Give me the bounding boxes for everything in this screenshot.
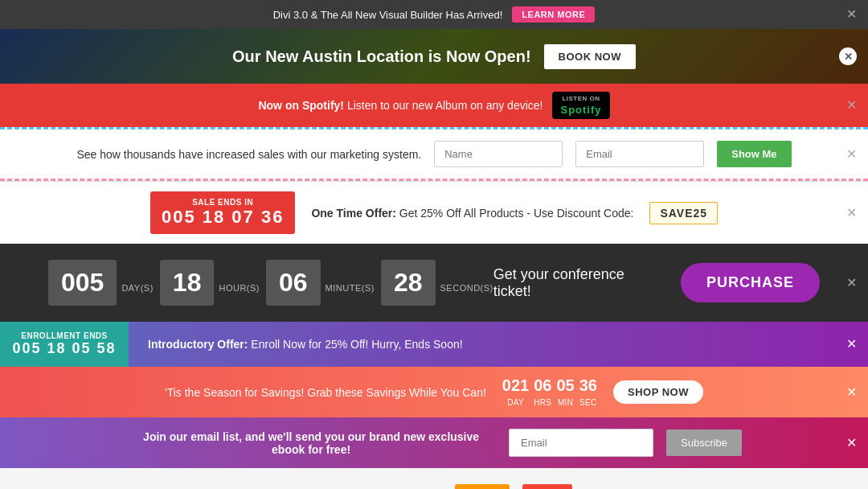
hours-number: 18 [160, 260, 215, 306]
season-sec-lbl: Sec [579, 398, 596, 407]
show-me-button[interactable]: Show Me [717, 141, 791, 167]
sale-timer: SALE ENDS IN 005 18 07 36 [150, 191, 295, 234]
season-min-num: 05 [556, 376, 574, 395]
minutes-label: MINUTE(S) [326, 283, 375, 293]
sale-text: One Time Offer: Get 25% Off All Products… [311, 207, 633, 220]
hours-label: HOUR(S) [219, 283, 260, 293]
seconds-label: SECOND(S) [440, 283, 493, 293]
enrollment-label: ENROLLMENT ENDS [21, 331, 108, 340]
season-text: 'Tis the Season for Savings! Grab these … [165, 386, 486, 399]
divi-bar: Divi 3.0 & The All New Visual Builder Ha… [0, 0, 868, 29]
enrollment-text: Introductory Offer: Enroll Now for 25% O… [129, 328, 868, 360]
marketing-email-input[interactable] [575, 141, 704, 167]
marketing-bar: See how thousands have increased sales w… [0, 127, 868, 181]
countdown-days: 005 DAY(S) [48, 260, 154, 306]
learn-more-button[interactable]: LEARN MORE [512, 6, 595, 23]
enrollment-bar: ENROLLMENT ENDS 005 18 05 58 Introductor… [0, 322, 868, 367]
sale-text-suffix: Get 25% Off All Products - Use Discount … [399, 207, 634, 220]
conference-right: Get your conference ticket! PURCHASE [493, 263, 820, 302]
minutes-number: 06 [266, 260, 321, 306]
countdown-minutes: 06 MINUTE(S) [266, 260, 375, 306]
seconds-number: 28 [381, 260, 436, 306]
austin-bar: Our New Austin Location is Now Open! BOO… [0, 29, 868, 84]
close-conference-bar[interactable]: ✕ [846, 277, 857, 290]
spotify-bar: Now on Spotify! Listen to our new Album … [0, 84, 868, 127]
days-number: 005 [48, 260, 117, 306]
sale-text-prefix: One Time Offer: [311, 207, 396, 220]
conference-message: Get your conference ticket! [493, 266, 661, 300]
season-min-lbl: Min [558, 398, 573, 407]
sale-timer-label: SALE ENDS IN [162, 198, 284, 207]
close-sale-bar[interactable]: ✕ [846, 207, 857, 220]
days-label: DAY(S) [121, 283, 153, 293]
sale-bar: SALE ENDS IN 005 18 07 36 One Time Offer… [0, 181, 868, 244]
email-bar: Join our email list, and we'll send you … [0, 417, 868, 468]
season-hrs-lbl: Hrs [534, 398, 551, 407]
season-day-lbl: Day [507, 398, 524, 407]
spotify-text: Now on Spotify! Listen to our new Album … [258, 99, 542, 112]
season-day: 021 Day [502, 376, 529, 408]
season-hrs-num: 06 [534, 376, 551, 395]
season-hrs: 06 Hrs [534, 376, 551, 408]
close-marketing-bar[interactable]: ✕ [846, 148, 857, 161]
close-divi-bar[interactable]: ✕ [846, 8, 857, 21]
enrollment-timer: ENROLLMENT ENDS 005 18 05 58 [0, 322, 129, 367]
purchase-button[interactable]: PURCHASE [681, 263, 820, 302]
countdown-seconds: 28 SECOND(S) [381, 260, 493, 306]
season-timer: 021 Day 06 Hrs 05 Min 36 Sec [502, 376, 597, 408]
shop-now-button[interactable]: SHOP NOW [613, 380, 703, 404]
season-day-num: 021 [502, 376, 529, 395]
email-message: Join our email list, and we'll send you … [126, 430, 496, 456]
close-spotify-bar[interactable]: ✕ [846, 99, 857, 112]
close-season-bar[interactable]: ✕ [846, 386, 857, 399]
discount-code: SAVE25 [649, 202, 718, 224]
traffic-bar: Do you want more traffic? Yes No [0, 468, 868, 489]
season-sec-num: 36 [579, 376, 597, 395]
season-bar: 'Tis the Season for Savings! Grab these … [0, 367, 868, 417]
enrollment-suffix: Enroll Now for 25% Off! Hurry, Ends Soon… [251, 338, 462, 351]
countdown-hours: 18 HOUR(S) [160, 260, 260, 306]
austin-title: Our New Austin Location is Now Open! [232, 47, 531, 66]
spotify-now-on: Now on Spotify! [258, 99, 344, 112]
close-email-bar[interactable]: ✕ [846, 437, 857, 450]
yes-button[interactable]: Yes [455, 484, 510, 489]
divi-bar-text: Divi 3.0 & The All New Visual Builder Ha… [273, 9, 503, 21]
season-min: 05 Min [556, 376, 574, 408]
close-austin-bar[interactable]: ✕ [839, 47, 857, 65]
conference-bar: 005 DAY(S) 18 HOUR(S) 06 MINUTE(S) 28 SE… [0, 244, 868, 322]
sale-timer-time: 005 18 07 36 [162, 207, 284, 228]
close-enrollment-bar[interactable]: ✕ [846, 338, 857, 351]
spotify-suffix: Listen to our new Album on any device! [347, 99, 543, 112]
season-sec: 36 Sec [579, 376, 597, 408]
countdown-units: 005 DAY(S) 18 HOUR(S) 06 MINUTE(S) 28 SE… [48, 260, 493, 306]
marketing-name-input[interactable] [434, 141, 563, 167]
enrollment-prefix: Introductory Offer: [148, 338, 248, 351]
marketing-desc: See how thousands have increased sales w… [76, 148, 421, 161]
subscribe-button[interactable]: Subscribe [666, 429, 742, 456]
book-now-button[interactable]: BOOK NOW [544, 44, 636, 69]
email-input[interactable] [509, 429, 653, 457]
no-button[interactable]: No [522, 484, 573, 489]
enrollment-time: 005 18 05 58 [12, 340, 116, 357]
spotify-badge: Listen on Spotify [552, 92, 609, 119]
